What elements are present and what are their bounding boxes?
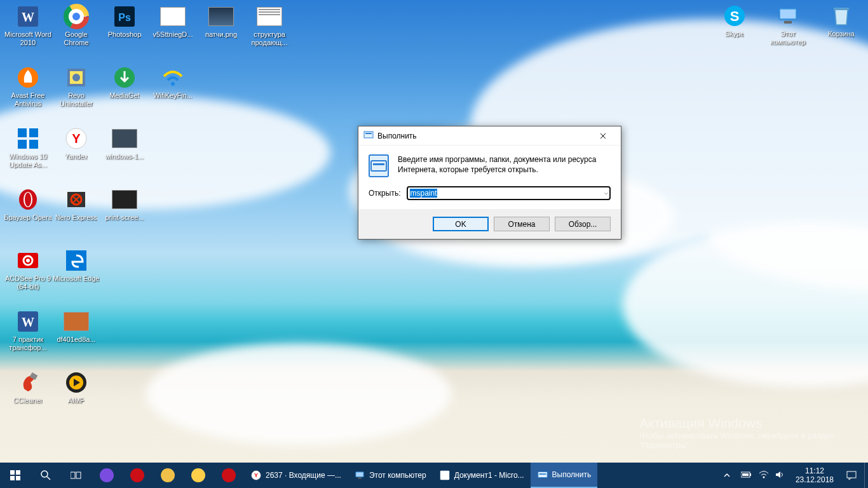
svg-rect-49 bbox=[16, 476, 20, 480]
volume-icon[interactable] bbox=[775, 470, 784, 481]
tray-chevron-icon[interactable] bbox=[719, 463, 735, 488]
taskbar-app-this-pc-tb[interactable]: Этот компьютер bbox=[348, 463, 433, 488]
win-update-icon bbox=[15, 126, 41, 151]
desktop-icon-acdsee[interactable]: ACDSee Pro 9 (64-bit) bbox=[4, 248, 52, 301]
explorer-tb[interactable] bbox=[183, 463, 214, 488]
taskbar-app-yandex-mail[interactable]: Y2637 · Входящие —... bbox=[244, 463, 348, 488]
desktop-icon-print-screen[interactable]: print-scree... bbox=[100, 187, 149, 240]
svg-rect-45 bbox=[373, 163, 384, 165]
wifi-icon[interactable] bbox=[759, 471, 769, 480]
desktop-icon-nero[interactable]: Nero Express bbox=[52, 187, 100, 240]
desktop-icon-win10-update[interactable]: Windows 10 Update As... bbox=[4, 126, 52, 179]
icon-label: Браузер Opera bbox=[4, 214, 52, 222]
paint-tb[interactable] bbox=[153, 463, 183, 488]
wordfile-icon: W bbox=[15, 309, 41, 334]
taskbar-app-word-tb[interactable]: WДокумент1 - Micro... bbox=[433, 463, 531, 488]
revo-icon bbox=[64, 65, 89, 90]
svg-text:S: S bbox=[730, 8, 740, 24]
svg-point-9 bbox=[25, 193, 31, 207]
search-icon[interactable] bbox=[31, 463, 61, 488]
desktop-icon-wifikey[interactable]: WifiKeyFin... bbox=[149, 65, 197, 118]
desktop-icon-yandex[interactable]: YYandex bbox=[52, 126, 100, 179]
mediaget-icon bbox=[112, 65, 137, 90]
edge-icon bbox=[64, 248, 89, 273]
desktop-icon-skype[interactable]: SSkype bbox=[710, 3, 759, 57]
icon-label: windows-1... bbox=[105, 152, 144, 161]
desktop-icon-chrome[interactable]: Google Chrome bbox=[52, 4, 100, 57]
taskbar-app-run-tb[interactable]: Выполнить bbox=[531, 463, 598, 488]
svg-rect-48 bbox=[10, 476, 15, 480]
desktop-icon-revo[interactable]: Revo Uninstaller bbox=[52, 65, 100, 118]
icon-label: Корзина bbox=[828, 30, 855, 38]
desktop-icon-patchi[interactable]: патчи.png bbox=[197, 4, 245, 57]
desktop-icon-avast[interactable]: Avast Free Antivirus bbox=[4, 65, 52, 118]
desktop-icon-aimp[interactable]: AIMP bbox=[52, 370, 100, 423]
show-desktop-button[interactable] bbox=[864, 463, 868, 488]
run-icon bbox=[537, 469, 548, 480]
svg-rect-5 bbox=[18, 140, 27, 149]
desktop-icon-word-2010[interactable]: WMicrosoft Word 2010 bbox=[4, 4, 52, 57]
thumb-doc-icon bbox=[257, 4, 282, 29]
run-message: Введите имя программы, папки, документа … bbox=[398, 154, 611, 177]
task-view-icon[interactable] bbox=[61, 463, 92, 488]
svg-rect-42 bbox=[364, 132, 373, 138]
icon-label: структура продающ... bbox=[245, 30, 294, 47]
icon-label: Microsoft Edge bbox=[53, 274, 99, 283]
thumb-dark-icon bbox=[112, 126, 137, 151]
desktop-icon-mediaget[interactable]: MediaGet bbox=[100, 65, 149, 118]
svg-rect-57 bbox=[356, 473, 363, 477]
action-center-icon[interactable] bbox=[839, 463, 864, 488]
dropdown-icon[interactable]: ⌵ bbox=[604, 189, 608, 196]
close-icon[interactable] bbox=[590, 127, 616, 145]
system-tray bbox=[735, 463, 790, 488]
nero-icon bbox=[64, 187, 89, 212]
desktop-icon-7praktik[interactable]: W7 практик трансфор... bbox=[4, 309, 52, 362]
icon-label: Nero Express bbox=[55, 214, 98, 222]
desktop-icon-struktura[interactable]: структура продающ... bbox=[245, 4, 294, 57]
battery-icon[interactable] bbox=[741, 471, 752, 480]
icon-label: Yandex bbox=[65, 152, 88, 161]
svg-rect-40 bbox=[784, 21, 792, 24]
cortana-pill[interactable] bbox=[92, 463, 122, 488]
desktop-icon-ccleaner[interactable]: CCleaner bbox=[4, 370, 52, 423]
run-dialog: Выполнить Введите имя программы, папки, … bbox=[358, 126, 621, 240]
svg-rect-58 bbox=[358, 478, 361, 479]
desktop-icon-recycle[interactable]: Корзина bbox=[817, 3, 865, 57]
svg-point-20 bbox=[72, 12, 81, 21]
svg-rect-53 bbox=[76, 472, 81, 478]
desktop-icon-windows-1[interactable]: windows-1... bbox=[100, 126, 149, 179]
thumb-dark-icon bbox=[112, 187, 137, 212]
desktop-icon-photoshop[interactable]: PsPhotoshop bbox=[100, 4, 149, 57]
desktop-icon-df401[interactable]: df401ed8a... bbox=[52, 309, 100, 362]
yandex-icon: Y bbox=[250, 470, 262, 481]
svg-rect-46 bbox=[10, 470, 15, 475]
svg-text:Y: Y bbox=[254, 472, 258, 478]
icon-label: патчи.png bbox=[205, 30, 237, 39]
run-titlebar[interactable]: Выполнить bbox=[358, 126, 621, 146]
start-button[interactable] bbox=[0, 463, 31, 488]
cancel-button[interactable]: Отмена bbox=[494, 217, 550, 231]
opera2-tb[interactable] bbox=[214, 463, 244, 488]
icon-label: Этот компьютер bbox=[764, 30, 812, 46]
opera-tb[interactable] bbox=[122, 463, 153, 488]
thumb-light-icon bbox=[160, 4, 186, 29]
ok-button[interactable]: OK bbox=[433, 217, 489, 231]
word-icon: W bbox=[15, 4, 41, 29]
icon-label: AIMP bbox=[68, 396, 85, 405]
browse-button[interactable]: Обзор... bbox=[555, 217, 611, 231]
icon-label: v5SttniegD... bbox=[153, 30, 193, 39]
desktop-icon-edge[interactable]: Microsoft Edge bbox=[52, 248, 100, 301]
icon-label: ACDSee Pro 9 (64-bit) bbox=[4, 274, 52, 291]
desktop-icon-v5stt[interactable]: v5SttniegD... bbox=[149, 4, 197, 57]
svg-rect-41 bbox=[834, 8, 849, 10]
open-input[interactable] bbox=[407, 186, 611, 200]
taskbar-clock[interactable]: 11:12 23.12.2018 bbox=[790, 466, 839, 484]
svg-point-66 bbox=[763, 476, 764, 478]
svg-text:W: W bbox=[22, 10, 34, 24]
desktop-icon-this-pc[interactable]: Этот компьютер bbox=[764, 3, 812, 57]
desktop-icon-opera[interactable]: Браузер Opera bbox=[4, 187, 52, 240]
svg-rect-44 bbox=[371, 161, 386, 171]
svg-rect-43 bbox=[365, 133, 372, 134]
svg-point-12 bbox=[26, 259, 30, 262]
svg-rect-47 bbox=[16, 470, 20, 475]
